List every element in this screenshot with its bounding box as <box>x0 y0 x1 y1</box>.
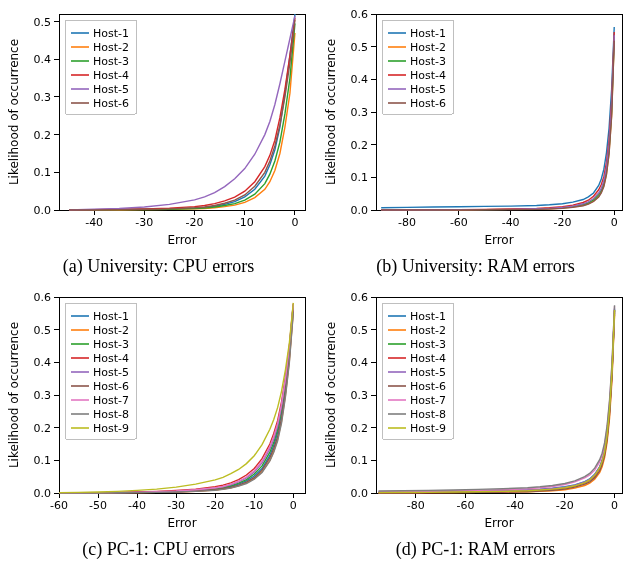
svg-text:Host-8: Host-8 <box>93 408 129 421</box>
svg-text:0.5: 0.5 <box>351 324 369 337</box>
svg-text:-60: -60 <box>50 499 68 512</box>
subplot-c-svg: -60-50-40-30-20-1000.00.10.20.30.40.50.6… <box>4 287 313 535</box>
subplot-d-cell: -80-60-40-2000.00.10.20.30.40.50.6ErrorL… <box>317 283 634 566</box>
svg-text:Host-2: Host-2 <box>93 41 129 54</box>
svg-text:0.2: 0.2 <box>34 129 52 142</box>
svg-text:0: 0 <box>611 499 618 512</box>
svg-text:-60: -60 <box>450 216 468 229</box>
svg-text:-40: -40 <box>502 216 520 229</box>
svg-text:-50: -50 <box>89 499 107 512</box>
subplot-b-svg: -80-60-40-2000.00.10.20.30.40.50.6ErrorL… <box>321 4 630 252</box>
svg-text:-20: -20 <box>206 499 224 512</box>
subplot-a-cell: -40-30-20-1000.00.10.20.30.40.5ErrorLike… <box>0 0 317 283</box>
svg-text:Host-6: Host-6 <box>93 97 129 110</box>
svg-text:0.3: 0.3 <box>351 106 369 119</box>
svg-text:Host-5: Host-5 <box>93 366 129 379</box>
svg-text:0.1: 0.1 <box>351 454 369 467</box>
svg-text:Host-5: Host-5 <box>93 83 129 96</box>
svg-text:Host-3: Host-3 <box>410 338 446 351</box>
svg-text:Error: Error <box>167 516 196 530</box>
svg-text:-60: -60 <box>456 499 474 512</box>
svg-text:0.2: 0.2 <box>351 422 369 435</box>
svg-text:-30: -30 <box>135 216 153 229</box>
subplot-c-caption: (c) PC-1: CPU errors <box>82 539 234 560</box>
svg-text:0.6: 0.6 <box>351 8 369 21</box>
svg-text:0.1: 0.1 <box>34 454 52 467</box>
subplot-c-plot: -60-50-40-30-20-1000.00.10.20.30.40.50.6… <box>4 287 313 535</box>
svg-text:Host-5: Host-5 <box>410 83 446 96</box>
svg-text:Host-4: Host-4 <box>410 69 446 82</box>
svg-text:-40: -40 <box>128 499 146 512</box>
subplot-a-plot: -40-30-20-1000.00.10.20.30.40.5ErrorLike… <box>4 4 313 252</box>
svg-text:Host-2: Host-2 <box>410 41 446 54</box>
svg-text:Host-1: Host-1 <box>410 27 446 40</box>
svg-text:0: 0 <box>291 216 298 229</box>
svg-text:Host-6: Host-6 <box>93 380 129 393</box>
svg-text:0.4: 0.4 <box>34 356 52 369</box>
svg-text:Host-3: Host-3 <box>93 338 129 351</box>
svg-text:0.5: 0.5 <box>351 41 369 54</box>
svg-text:Likelihood of occurrence: Likelihood of occurrence <box>324 322 338 468</box>
subplot-b-cell: -80-60-40-2000.00.10.20.30.40.50.6ErrorL… <box>317 0 634 283</box>
svg-text:Host-3: Host-3 <box>410 55 446 68</box>
svg-text:Host-4: Host-4 <box>93 69 129 82</box>
svg-text:0.5: 0.5 <box>34 16 52 29</box>
svg-text:0.4: 0.4 <box>351 356 369 369</box>
svg-text:0.0: 0.0 <box>34 487 52 500</box>
svg-text:0.0: 0.0 <box>351 487 369 500</box>
svg-text:-40: -40 <box>85 216 103 229</box>
svg-text:Likelihood of occurrence: Likelihood of occurrence <box>324 39 338 185</box>
svg-text:Host-9: Host-9 <box>93 422 129 435</box>
svg-text:Host-7: Host-7 <box>93 394 129 407</box>
svg-text:-20: -20 <box>553 216 571 229</box>
svg-text:0.3: 0.3 <box>351 389 369 402</box>
subplot-grid: -40-30-20-1000.00.10.20.30.40.5ErrorLike… <box>0 0 634 566</box>
figure-panel: -40-30-20-1000.00.10.20.30.40.5ErrorLike… <box>0 0 634 566</box>
svg-text:-30: -30 <box>167 499 185 512</box>
svg-text:Host-9: Host-9 <box>410 422 446 435</box>
svg-text:-10: -10 <box>245 499 263 512</box>
svg-text:Host-8: Host-8 <box>410 408 446 421</box>
svg-text:-10: -10 <box>236 216 254 229</box>
svg-text:Host-6: Host-6 <box>410 97 446 110</box>
svg-text:0.6: 0.6 <box>351 291 369 304</box>
svg-text:Host-2: Host-2 <box>410 324 446 337</box>
subplot-d-plot: -80-60-40-2000.00.10.20.30.40.50.6ErrorL… <box>321 287 630 535</box>
svg-text:0.4: 0.4 <box>351 73 369 86</box>
svg-text:Host-2: Host-2 <box>93 324 129 337</box>
subplot-d-svg: -80-60-40-2000.00.10.20.30.40.50.6ErrorL… <box>321 287 630 535</box>
svg-text:0.0: 0.0 <box>351 204 369 217</box>
svg-text:Likelihood of occurrence: Likelihood of occurrence <box>7 322 21 468</box>
svg-text:0.4: 0.4 <box>34 53 52 66</box>
svg-text:Error: Error <box>167 233 196 247</box>
svg-text:0.3: 0.3 <box>34 91 52 104</box>
svg-text:Host-1: Host-1 <box>410 310 446 323</box>
svg-text:-20: -20 <box>186 216 204 229</box>
svg-text:Host-4: Host-4 <box>410 352 446 365</box>
svg-text:-80: -80 <box>398 216 416 229</box>
subplot-d-caption: (d) PC-1: RAM errors <box>396 539 556 560</box>
svg-text:0.1: 0.1 <box>351 171 369 184</box>
svg-text:0.2: 0.2 <box>34 422 52 435</box>
svg-text:0: 0 <box>611 216 618 229</box>
svg-text:Error: Error <box>484 233 513 247</box>
subplot-b-caption: (b) University: RAM errors <box>376 256 574 277</box>
svg-text:Host-3: Host-3 <box>93 55 129 68</box>
svg-text:0.6: 0.6 <box>34 291 52 304</box>
svg-text:Host-7: Host-7 <box>410 394 446 407</box>
svg-text:Likelihood of occurrence: Likelihood of occurrence <box>7 39 21 185</box>
subplot-b-plot: -80-60-40-2000.00.10.20.30.40.50.6ErrorL… <box>321 4 630 252</box>
svg-text:-20: -20 <box>556 499 574 512</box>
svg-text:0: 0 <box>290 499 297 512</box>
svg-text:0.1: 0.1 <box>34 166 52 179</box>
svg-text:0.2: 0.2 <box>351 139 369 152</box>
svg-text:Host-1: Host-1 <box>93 27 129 40</box>
svg-text:-40: -40 <box>506 499 524 512</box>
svg-text:0.3: 0.3 <box>34 389 52 402</box>
svg-text:Host-4: Host-4 <box>93 352 129 365</box>
subplot-a-caption: (a) University: CPU errors <box>63 256 254 277</box>
svg-text:Host-6: Host-6 <box>410 380 446 393</box>
svg-text:0.5: 0.5 <box>34 324 52 337</box>
svg-text:Error: Error <box>484 516 513 530</box>
svg-text:Host-5: Host-5 <box>410 366 446 379</box>
